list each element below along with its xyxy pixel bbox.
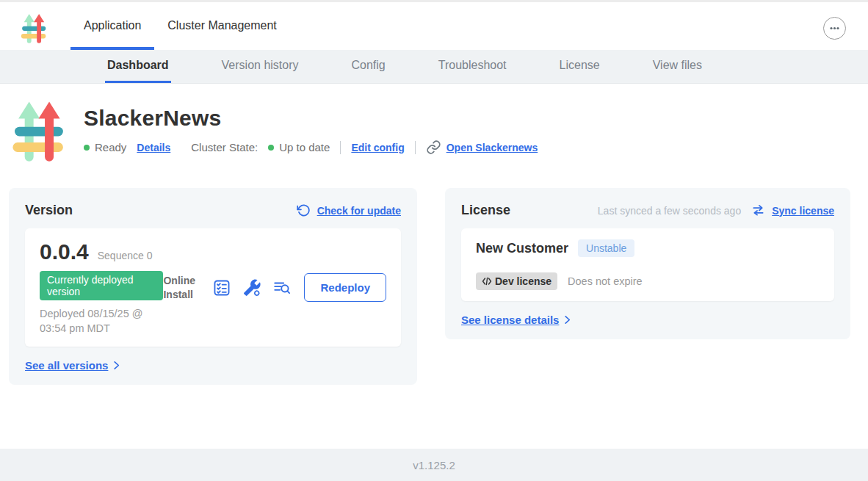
preflight-checks-icon[interactable]	[212, 278, 231, 297]
license-card: License Last synced a few seconds ago Sy…	[445, 188, 850, 339]
details-link[interactable]: Details	[137, 142, 170, 153]
chain-link-icon	[426, 140, 441, 155]
cluster-state-dot-icon	[268, 145, 274, 151]
top-nav: Application Cluster Management	[0, 2, 868, 50]
top-nav-right	[823, 17, 846, 40]
redeploy-button[interactable]: Redeploy	[304, 273, 386, 302]
channel-badge: Unstable	[578, 239, 634, 257]
see-license-details-link[interactable]: See license details	[461, 314, 559, 326]
app-status-label: Ready	[95, 141, 126, 153]
version-number: 0.0.4	[40, 239, 89, 264]
refresh-icon	[297, 203, 311, 217]
license-type-badge: Dev license	[476, 272, 557, 290]
sync-license-link[interactable]: Sync license	[772, 205, 834, 217]
chevron-right-icon	[562, 314, 573, 325]
last-synced-label: Last synced a few seconds ago	[598, 205, 741, 217]
customer-name: New Customer	[476, 241, 568, 256]
license-expiry: Does not expire	[568, 275, 643, 287]
deployed-version-badge: Currently deployed version	[40, 271, 163, 300]
edit-config-link[interactable]: Edit config	[351, 142, 404, 153]
config-wrench-icon[interactable]	[242, 278, 261, 297]
overflow-menu-button[interactable]	[823, 17, 846, 40]
cluster-state-value: Up to date	[279, 141, 330, 153]
app-info: SlackerNews Ready Details Cluster State:…	[84, 97, 538, 167]
ellipsis-icon	[828, 22, 841, 35]
console-version: v1.125.2	[413, 459, 455, 471]
app-logo-small-icon	[19, 12, 48, 43]
divider	[340, 141, 341, 154]
subnav-version-history[interactable]: Version history	[220, 50, 301, 83]
app-logo-large-icon	[10, 97, 67, 167]
main-tabs: Application Cluster Management	[70, 4, 290, 50]
version-card: Version Check for update 0.0.4 Sequence …	[9, 188, 417, 385]
dashboard-cards: Version Check for update 0.0.4 Sequence …	[9, 188, 850, 385]
app-status-row: Ready Details Cluster State: Up to date …	[84, 140, 538, 155]
current-version-panel: 0.0.4 Sequence 0 Currently deployed vers…	[25, 228, 401, 347]
divider	[415, 141, 416, 154]
app-header: SlackerNews Ready Details Cluster State:…	[10, 97, 868, 167]
code-icon	[482, 277, 492, 286]
open-app-link[interactable]: Open Slackernews	[446, 142, 538, 153]
app-subnav: Dashboard Version history Config Trouble…	[0, 50, 868, 84]
tab-application[interactable]: Application	[70, 4, 154, 50]
license-card-title: License	[461, 203, 510, 218]
subnav-dashboard[interactable]: Dashboard	[105, 50, 171, 83]
chevron-right-icon	[111, 360, 122, 371]
sequence-label: Sequence 0	[98, 250, 153, 261]
license-panel: New Customer Unstable Dev license Does n…	[461, 228, 834, 301]
subnav-config[interactable]: Config	[350, 50, 388, 83]
install-type-label: Online Install	[163, 274, 201, 300]
subnav-view-files[interactable]: View files	[651, 50, 704, 83]
app-status-dot-icon	[84, 145, 90, 151]
see-all-versions-link[interactable]: See all versions	[25, 359, 108, 372]
version-card-title: Version	[25, 203, 73, 218]
tab-cluster-management[interactable]: Cluster Management	[154, 4, 290, 50]
admin-console-page: Application Cluster Management Dashboard…	[0, 0, 868, 481]
cluster-state-label: Cluster State:	[191, 141, 258, 153]
deployed-timestamp: Deployed 08/15/25 @ 03:54 pm MDT	[40, 307, 163, 336]
page-title: SlackerNews	[84, 106, 538, 131]
subnav-troubleshoot[interactable]: Troubleshoot	[436, 50, 509, 83]
view-files-diff-icon[interactable]	[272, 278, 292, 297]
check-for-update-link[interactable]: Check for update	[317, 205, 401, 217]
sync-arrows-icon	[751, 203, 765, 217]
console-footer: v1.125.2	[0, 449, 868, 481]
subnav-license[interactable]: License	[557, 50, 602, 83]
